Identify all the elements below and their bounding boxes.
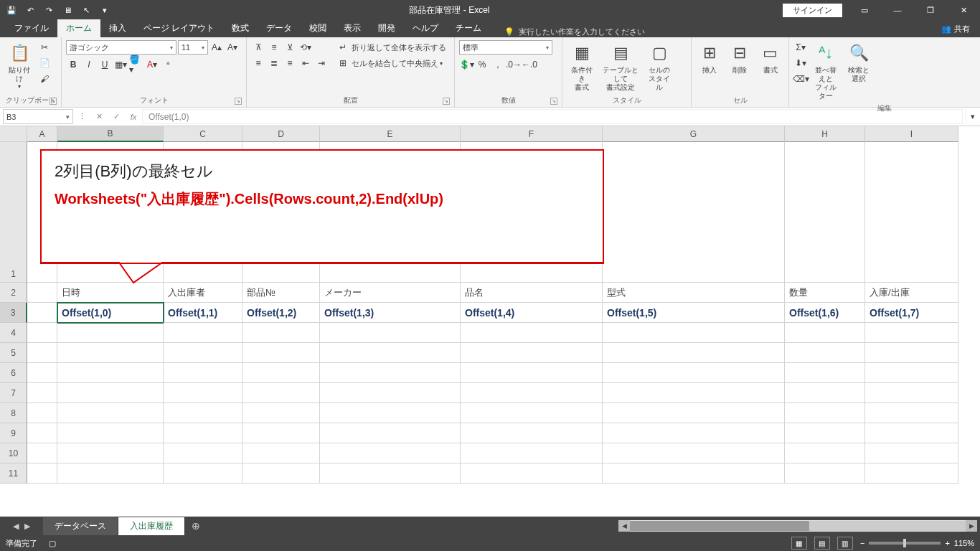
cell[interactable] — [785, 363, 865, 383]
fill-color-button[interactable]: 🪣▾ — [129, 57, 143, 72]
border-button[interactable]: ▦▾ — [113, 57, 128, 72]
cell[interactable] — [785, 423, 865, 443]
cell[interactable] — [320, 403, 461, 423]
cell[interactable] — [320, 443, 461, 463]
cell[interactable] — [242, 363, 320, 383]
cell-styles-button[interactable]: ▢セルの スタイル — [644, 40, 674, 93]
view-page-break-button[interactable]: ▥ — [837, 537, 853, 550]
decrease-indent-button[interactable]: ⇤ — [298, 56, 313, 70]
sheet-nav-next[interactable]: ▶ — [24, 522, 30, 531]
enter-formula-button[interactable]: ✓ — [108, 108, 125, 126]
cell[interactable]: Offset(1,3) — [320, 303, 461, 323]
align-top-button[interactable]: ⊼ — [251, 40, 265, 55]
cell[interactable] — [27, 363, 57, 383]
clear-button[interactable]: ⌫▾ — [793, 72, 808, 86]
cell[interactable] — [27, 383, 57, 403]
cell[interactable] — [27, 403, 57, 423]
sheet-tab-database[interactable]: データベース — [43, 517, 118, 535]
insert-cells-button[interactable]: ⊞挿入 — [696, 40, 723, 76]
cell[interactable] — [242, 423, 320, 443]
copy-button[interactable]: 📄 — [37, 56, 52, 70]
cell[interactable] — [57, 403, 164, 423]
cell[interactable]: Offset(1,7) — [865, 303, 958, 323]
cell[interactable] — [242, 323, 320, 343]
cell[interactable] — [865, 363, 958, 383]
font-color-button[interactable]: A▾ — [145, 57, 159, 72]
cell[interactable] — [603, 443, 785, 463]
cell[interactable] — [242, 383, 320, 403]
cell[interactable] — [27, 443, 57, 463]
cell[interactable]: 型式 — [603, 283, 785, 303]
bold-button[interactable]: B — [66, 57, 80, 72]
cell[interactable] — [57, 443, 164, 463]
accounting-format-button[interactable]: 💲▾ — [459, 57, 473, 72]
cell[interactable] — [461, 463, 603, 484]
tab-file[interactable]: ファイル — [6, 19, 57, 37]
cell[interactable] — [603, 323, 785, 343]
cell[interactable]: メーカー — [320, 283, 461, 303]
zoom-out-button[interactable]: − — [860, 539, 864, 547]
cell[interactable] — [865, 323, 958, 343]
phonetic-button[interactable]: ᵃ — [161, 57, 175, 72]
cell[interactable] — [865, 463, 958, 484]
zoom-in-button[interactable]: + — [945, 539, 949, 547]
qat-save[interactable]: 💾 — [3, 1, 20, 19]
conditional-format-button[interactable]: ▦条件付き 書式 — [567, 40, 597, 93]
cell[interactable] — [865, 443, 958, 463]
cell[interactable] — [785, 463, 865, 484]
cell[interactable] — [164, 403, 242, 423]
align-center-button[interactable]: ≣ — [267, 56, 281, 70]
row-header-8[interactable]: 8 — [0, 403, 27, 423]
cell[interactable] — [27, 303, 57, 323]
cell[interactable] — [27, 323, 57, 343]
cell[interactable] — [461, 383, 603, 403]
scroll-left-icon[interactable]: ◀ — [618, 520, 630, 532]
cell[interactable] — [242, 443, 320, 463]
percent-button[interactable]: % — [475, 57, 489, 72]
col-header-f[interactable]: F — [461, 126, 603, 142]
cell[interactable] — [164, 343, 242, 363]
cell[interactable] — [57, 423, 164, 443]
col-header-e[interactable]: E — [320, 126, 461, 142]
tab-team[interactable]: チーム — [447, 19, 490, 37]
cell[interactable] — [785, 403, 865, 423]
row-header-2[interactable]: 2 — [0, 283, 27, 303]
row-header-9[interactable]: 9 — [0, 423, 27, 443]
tab-review[interactable]: 校閲 — [301, 19, 335, 37]
new-sheet-button[interactable]: ⊕ — [185, 520, 207, 532]
cell[interactable] — [164, 383, 242, 403]
cell[interactable] — [57, 363, 164, 383]
select-all-button[interactable] — [0, 126, 27, 142]
tab-page-layout[interactable]: ページ レイアウト — [135, 19, 223, 37]
horizontal-scrollbar[interactable]: ◀ ▶ — [618, 520, 977, 532]
wrap-text-button[interactable]: ↵折り返して全体を表示する — [336, 40, 446, 55]
cell[interactable] — [461, 363, 603, 383]
alignment-dialog-launcher[interactable]: ↘ — [443, 98, 450, 105]
cell[interactable] — [603, 142, 785, 283]
cell[interactable]: Offset(1,6) — [785, 303, 865, 323]
cell[interactable]: Offset(1,4) — [461, 303, 603, 323]
fx-button[interactable]: fx — [125, 108, 142, 126]
cell[interactable]: 数量 — [785, 283, 865, 303]
align-middle-button[interactable]: ≡ — [267, 40, 281, 55]
cell[interactable] — [164, 363, 242, 383]
cancel-formula-button[interactable]: ✕ — [90, 108, 108, 126]
underline-button[interactable]: U — [98, 57, 112, 72]
cell[interactable] — [785, 142, 865, 283]
tab-formulas[interactable]: 数式 — [223, 19, 258, 37]
cell[interactable] — [27, 463, 57, 484]
row-header-3[interactable]: 3 — [0, 303, 27, 323]
cell[interactable]: 品名 — [461, 283, 603, 303]
qat-touch-mode[interactable]: 🖥 — [59, 1, 76, 19]
macro-record-icon[interactable]: ▢ — [49, 539, 56, 548]
row-header-4[interactable]: 4 — [0, 323, 27, 343]
cell[interactable] — [320, 383, 461, 403]
decrease-font-button[interactable]: A▾ — [225, 40, 240, 55]
maximize-icon[interactable]: ❐ — [914, 0, 947, 20]
cell[interactable] — [242, 343, 320, 363]
cell[interactable] — [57, 383, 164, 403]
col-header-i[interactable]: I — [865, 126, 958, 142]
cell[interactable] — [603, 423, 785, 443]
tab-developer[interactable]: 開発 — [369, 19, 404, 37]
align-left-button[interactable]: ≡ — [251, 56, 265, 70]
